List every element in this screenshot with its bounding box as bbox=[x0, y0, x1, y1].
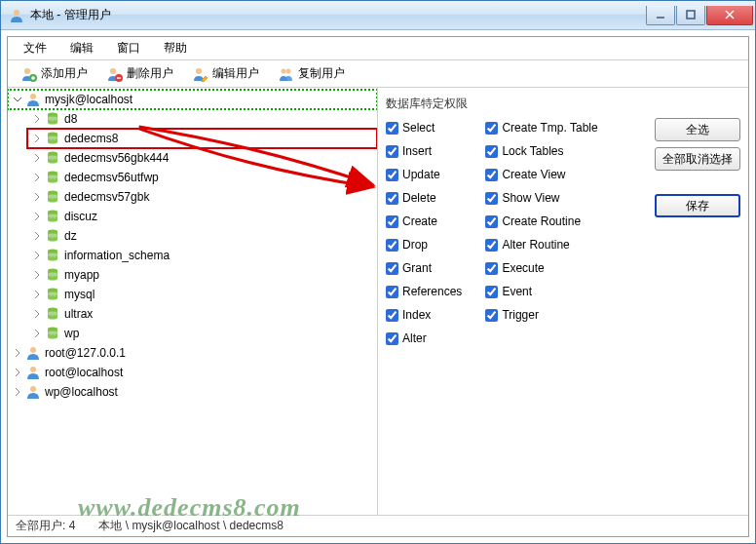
privilege-execute[interactable]: Execute bbox=[485, 258, 597, 278]
expander-icon[interactable] bbox=[31, 269, 43, 281]
maximize-button[interactable] bbox=[676, 6, 705, 25]
expander-icon[interactable] bbox=[31, 133, 43, 144]
tree-db-item[interactable]: dedecmsv56gbk444 bbox=[27, 148, 377, 168]
expander-icon[interactable] bbox=[31, 152, 43, 164]
privilege-delete[interactable]: Delete bbox=[386, 188, 462, 208]
privilege-checkbox[interactable] bbox=[386, 286, 398, 298]
expander-icon[interactable] bbox=[31, 308, 43, 320]
expander-icon[interactable] bbox=[31, 250, 43, 261]
privilege-checkbox[interactable] bbox=[386, 145, 398, 158]
svg-point-42 bbox=[30, 386, 36, 392]
expander-icon[interactable] bbox=[31, 328, 43, 339]
tree-pane[interactable]: mysjk@localhostd8dedecms8dedecmsv56gbk44… bbox=[8, 88, 378, 515]
tree-user-root[interactable]: mysjk@localhost bbox=[8, 90, 377, 109]
privilege-update[interactable]: Update bbox=[386, 165, 462, 184]
privilege-alter[interactable]: Alter bbox=[386, 329, 462, 348]
privilege-label: Create View bbox=[502, 168, 565, 181]
tree-db-item[interactable]: myapp bbox=[27, 265, 377, 285]
close-button[interactable] bbox=[706, 6, 753, 25]
privilege-create[interactable]: Create bbox=[386, 212, 462, 231]
tree-db-item[interactable]: d8 bbox=[27, 109, 377, 129]
privilege-event[interactable]: Event bbox=[485, 282, 597, 301]
privilege-index[interactable]: Index bbox=[386, 305, 462, 325]
privilege-create-view[interactable]: Create View bbox=[485, 165, 597, 184]
privilege-grant[interactable]: Grant bbox=[386, 258, 462, 278]
privilege-alter-routine[interactable]: Alter Routine bbox=[485, 235, 597, 254]
svg-point-29 bbox=[48, 234, 57, 238]
tree-db-item[interactable]: discuz bbox=[27, 207, 377, 226]
app-icon bbox=[9, 8, 24, 23]
svg-rect-2 bbox=[687, 11, 695, 19]
tree-db-item[interactable]: wp bbox=[27, 324, 377, 343]
privilege-checkbox[interactable] bbox=[386, 239, 398, 252]
minimize-button[interactable] bbox=[646, 6, 675, 25]
tree-user-item[interactable]: root@127.0.0.1 bbox=[8, 343, 377, 363]
privilege-checkbox[interactable] bbox=[485, 309, 498, 322]
svg-point-35 bbox=[48, 292, 57, 296]
copy-user-button[interactable]: 复制用户 bbox=[269, 63, 355, 84]
tree-label: discuz bbox=[64, 210, 97, 223]
tree-db-item[interactable]: dedecmsv56utfwp bbox=[27, 168, 377, 187]
save-button[interactable]: 保存 bbox=[655, 194, 740, 217]
expander-icon[interactable] bbox=[12, 94, 23, 105]
expander-icon[interactable] bbox=[12, 386, 23, 398]
titlebar[interactable]: 本地 - 管理用户 bbox=[1, 1, 755, 30]
add-user-button[interactable]: 添加用户 bbox=[12, 63, 97, 84]
menu-edit[interactable]: 编辑 bbox=[58, 37, 105, 59]
expander-icon[interactable] bbox=[31, 211, 43, 222]
tree-user-item[interactable]: wp@localhost bbox=[8, 382, 377, 402]
tree-db-item[interactable]: dedecmsv57gbk bbox=[27, 187, 377, 207]
privilege-checkbox[interactable] bbox=[386, 169, 398, 181]
privilege-checkbox[interactable] bbox=[386, 332, 398, 345]
menu-help[interactable]: 帮助 bbox=[152, 37, 199, 59]
privilege-checkbox[interactable] bbox=[485, 145, 498, 158]
privilege-checkbox[interactable] bbox=[386, 192, 398, 205]
privilege-drop[interactable]: Drop bbox=[386, 235, 462, 254]
deselect-all-button[interactable]: 全部取消选择 bbox=[655, 147, 740, 171]
privilege-create-routine[interactable]: Create Routine bbox=[485, 212, 597, 231]
privilege-create-tmp-table[interactable]: Create Tmp. Table bbox=[485, 118, 597, 137]
privilege-show-view[interactable]: Show View bbox=[485, 188, 597, 208]
expander-icon[interactable] bbox=[31, 289, 43, 300]
svg-point-33 bbox=[48, 273, 57, 277]
delete-user-button[interactable]: 删除用户 bbox=[97, 63, 183, 84]
svg-point-31 bbox=[48, 253, 57, 257]
privilege-checkbox[interactable] bbox=[485, 122, 498, 135]
menu-window[interactable]: 窗口 bbox=[105, 37, 152, 59]
privilege-checkbox[interactable] bbox=[386, 309, 398, 322]
edit-user-button[interactable]: 编辑用户 bbox=[183, 63, 269, 84]
select-all-button[interactable]: 全选 bbox=[655, 118, 740, 141]
svg-point-13 bbox=[282, 68, 286, 73]
add-user-label: 添加用户 bbox=[41, 65, 88, 82]
privilege-checkbox[interactable] bbox=[485, 169, 498, 181]
split-pane: mysjk@localhostd8dedecms8dedecmsv56gbk44… bbox=[8, 88, 748, 515]
privilege-checkbox[interactable] bbox=[485, 239, 498, 252]
menu-file[interactable]: 文件 bbox=[12, 37, 58, 59]
tree-db-item[interactable]: dz bbox=[27, 226, 377, 246]
privilege-checkbox[interactable] bbox=[386, 215, 398, 228]
expander-icon[interactable] bbox=[12, 367, 23, 378]
privilege-lock-tables[interactable]: Lock Tables bbox=[485, 141, 597, 161]
privilege-checkbox[interactable] bbox=[485, 215, 498, 228]
tree-db-item[interactable]: mysql bbox=[27, 285, 377, 304]
privilege-checkbox[interactable] bbox=[485, 286, 498, 298]
privilege-checkbox[interactable] bbox=[485, 192, 498, 205]
tree-user-item[interactable]: root@localhost bbox=[8, 363, 377, 382]
expander-icon[interactable] bbox=[31, 113, 43, 125]
tree-db-item[interactable]: information_schema bbox=[27, 246, 377, 265]
privilege-checkbox[interactable] bbox=[386, 122, 398, 135]
tree-db-item[interactable]: dedecms8 bbox=[27, 129, 377, 148]
expander-icon[interactable] bbox=[12, 347, 23, 359]
expander-icon[interactable] bbox=[31, 172, 43, 183]
expander-icon[interactable] bbox=[31, 191, 43, 203]
privilege-references[interactable]: References bbox=[386, 282, 462, 301]
tree-label: dedecmsv56utfwp bbox=[64, 171, 159, 184]
privilege-checkbox[interactable] bbox=[386, 262, 398, 275]
tree-db-item[interactable]: ultrax bbox=[27, 304, 377, 324]
expander-icon[interactable] bbox=[31, 230, 43, 242]
privilege-checkbox[interactable] bbox=[485, 262, 498, 275]
svg-point-27 bbox=[48, 214, 57, 218]
privilege-insert[interactable]: Insert bbox=[386, 141, 462, 161]
privilege-trigger[interactable]: Trigger bbox=[485, 305, 597, 325]
privilege-select[interactable]: Select bbox=[386, 118, 462, 137]
